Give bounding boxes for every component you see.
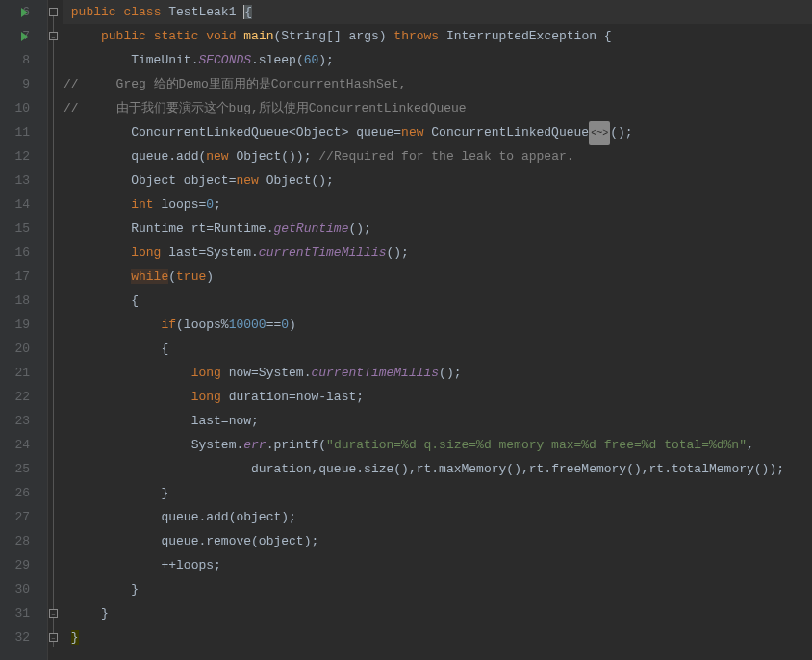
code-line[interactable]: long now=System.currentTimeMillis();: [63, 361, 812, 385]
line-number[interactable]: 19: [0, 313, 30, 337]
ln-10: 10: [14, 101, 30, 115]
code-line[interactable]: System.err.printf("duration=%d q.size=%d…: [63, 433, 812, 457]
line-number[interactable]: 17: [0, 265, 30, 289]
code-line[interactable]: ++loops;: [63, 553, 812, 577]
method-call: currentTimeMillis: [259, 245, 387, 260]
line-number-gutter[interactable]: 6 7 8 9 10 11 12 13 14 15 16 17 18 19 20…: [0, 0, 48, 660]
run-icon[interactable]: [21, 32, 28, 41]
ln-29: 29: [14, 558, 30, 572]
comment-marker: //: [63, 77, 79, 91]
line-number[interactable]: 16: [0, 241, 30, 265]
line-number[interactable]: 23: [0, 409, 30, 433]
keyword: long: [191, 366, 221, 380]
code-text: ();: [439, 366, 461, 380]
ln-8: 8: [22, 53, 30, 67]
method-call: totalMemory: [672, 462, 754, 476]
dot: .: [251, 53, 259, 67]
line-number[interactable]: 32: [0, 625, 30, 649]
comment-text: //Required for the leak to appear.: [311, 149, 573, 164]
brace: }: [101, 606, 109, 621]
code-line[interactable]: ConcurrentLinkedQueue<Object> queue=new …: [63, 120, 812, 144]
keyword: void: [206, 29, 236, 43]
method-call: getRuntime: [273, 221, 348, 236]
ln-15: 15: [14, 221, 30, 236]
line-number[interactable]: 20: [0, 337, 30, 361]
code-editor[interactable]: 6 7 8 9 10 11 12 13 14 15 16 17 18 19 20…: [0, 0, 812, 660]
line-number[interactable]: 31: [0, 601, 30, 625]
ln-27: 27: [14, 510, 30, 524]
fold-toggle-icon[interactable]: –: [49, 609, 58, 618]
code-text: queue.: [161, 510, 206, 524]
brace: {: [243, 5, 252, 19]
line-number[interactable]: 11: [0, 120, 30, 144]
code-line[interactable]: last=now;: [63, 409, 812, 433]
keyword: class: [123, 5, 161, 19]
code-text: ();: [386, 245, 408, 260]
code-area[interactable]: public class TestLeak1 { public static v…: [62, 0, 812, 660]
keyword: new: [236, 173, 258, 188]
fold-gutter[interactable]: – – – –: [48, 0, 62, 660]
line-number[interactable]: 24: [0, 433, 30, 457]
line-number[interactable]: 28: [0, 529, 30, 553]
code-line[interactable]: }: [63, 601, 812, 625]
code-line[interactable]: public class TestLeak1 {: [63, 0, 812, 24]
brace: }: [161, 486, 168, 500]
code-line[interactable]: TimeUnit.SECONDS.sleep(60);: [63, 48, 812, 72]
ln-31: 31: [14, 606, 30, 621]
paren: ): [206, 269, 214, 284]
line-number[interactable]: 27: [0, 505, 30, 529]
line-number[interactable]: 15: [0, 216, 30, 241]
line-number[interactable]: 8: [0, 48, 30, 72]
line-number[interactable]: 29: [0, 553, 30, 577]
line-number[interactable]: 12: [0, 144, 30, 168]
code-line[interactable]: if(loops%10000==0): [63, 313, 812, 337]
comment-text: 由于我们要演示这个bug,所以使用ConcurrentLinkedQueue: [79, 101, 467, 115]
code-line[interactable]: // 由于我们要演示这个bug,所以使用ConcurrentLinkedQueu…: [63, 96, 812, 120]
code-line[interactable]: while(true): [63, 265, 812, 289]
keyword: new: [401, 125, 423, 140]
line-number[interactable]: 6: [0, 0, 30, 24]
line-number[interactable]: 14: [0, 192, 30, 216]
code-line[interactable]: queue.add(new Object()); //Required for …: [63, 144, 812, 168]
code-line[interactable]: }: [63, 481, 812, 505]
line-number[interactable]: 26: [0, 481, 30, 505]
paren: );: [318, 53, 334, 67]
code-line[interactable]: {: [63, 289, 812, 313]
code-line[interactable]: long duration=now-last;: [63, 385, 812, 409]
code-line[interactable]: long last=System.currentTimeMillis();: [63, 241, 812, 265]
code-line[interactable]: Runtime rt=Runtime.getRuntime();: [63, 216, 812, 241]
code-line[interactable]: {: [63, 337, 812, 361]
code-line[interactable]: public static void main(String[] args) t…: [63, 24, 812, 48]
method-name: main: [243, 29, 273, 43]
code-line[interactable]: queue.remove(object);: [63, 529, 812, 553]
line-number[interactable]: 18: [0, 289, 30, 313]
code-text: ConcurrentLinkedQueue: [423, 125, 589, 140]
code-line[interactable]: Object object=new Object();: [63, 168, 812, 192]
code-line[interactable]: duration,queue.size(),rt.maxMemory(),rt.…: [63, 457, 812, 481]
code-line[interactable]: queue.add(object);: [63, 505, 812, 529]
line-number[interactable]: 22: [0, 385, 30, 409]
code-line[interactable]: int loops=0;: [63, 192, 812, 216]
line-number[interactable]: 25: [0, 457, 30, 481]
code-line[interactable]: }: [63, 577, 812, 601]
ln-19: 19: [14, 317, 30, 332]
fold-toggle-icon[interactable]: –: [49, 8, 58, 16]
line-number[interactable]: 9: [0, 72, 30, 96]
ln-17: 17: [14, 269, 30, 284]
code-line[interactable]: }: [63, 625, 812, 649]
brace: }: [71, 630, 79, 645]
code-text: Object object=: [131, 173, 236, 188]
ln-30: 30: [14, 582, 30, 597]
line-number[interactable]: 21: [0, 361, 30, 385]
code-text: ==: [266, 317, 282, 332]
line-number[interactable]: 13: [0, 168, 30, 192]
line-number[interactable]: 10: [0, 96, 30, 120]
code-text: (),rt.: [626, 462, 672, 476]
code-line[interactable]: // Greg 给的Demo里面用的是ConcurrentHashSet,: [63, 72, 812, 96]
fold-toggle-icon[interactable]: –: [49, 32, 58, 40]
class-ref: TimeUnit.: [131, 53, 198, 67]
line-number[interactable]: 30: [0, 577, 30, 601]
fold-toggle-icon[interactable]: –: [49, 633, 58, 642]
line-number[interactable]: 7: [0, 24, 30, 48]
run-icon[interactable]: [21, 8, 28, 17]
